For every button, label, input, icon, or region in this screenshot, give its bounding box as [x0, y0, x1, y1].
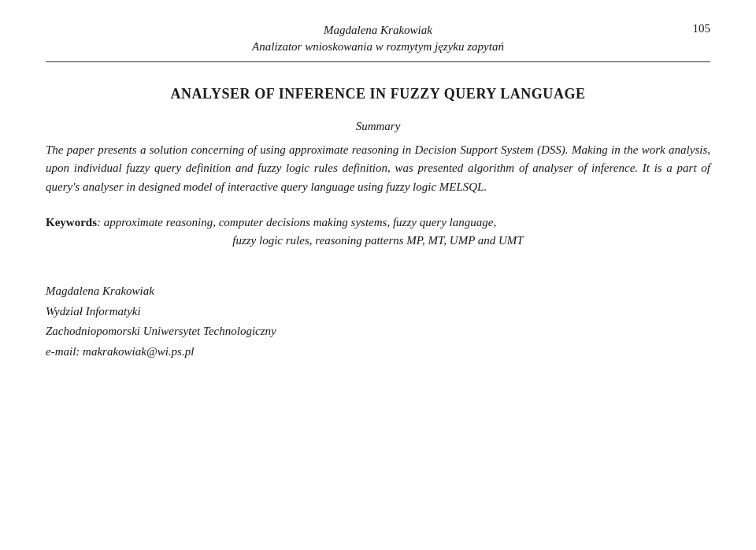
- header-center: Magdalena Krakowiak Analizator wnioskowa…: [252, 22, 504, 55]
- keywords-text: : approximate reasoning, computer decisi…: [97, 216, 496, 229]
- header-divider: [46, 61, 710, 62]
- page-number: 105: [693, 22, 711, 35]
- author-email: e-mail: makrakowiak@wi.ps.pl: [46, 342, 710, 362]
- article-title: ANALYSER OF INFERENCE IN FUZZY QUERY LAN…: [46, 86, 710, 102]
- keywords-label: Keywords: [46, 216, 97, 229]
- author-section: Magdalena Krakowiak Wydział Informatyki …: [46, 281, 710, 362]
- header-subtitle: Analizator wnioskowania w rozmytym język…: [252, 39, 504, 55]
- summary-label: Summary: [46, 120, 710, 133]
- page: Magdalena Krakowiak Analizator wnioskowa…: [0, 0, 756, 550]
- keywords-section: Keywords: approximate reasoning, compute…: [46, 214, 710, 251]
- author-university: Zachodniopomorski Uniwersytet Technologi…: [46, 321, 710, 342]
- abstract-text: The paper presents a solution concerning…: [46, 141, 710, 196]
- author-dept: Wydział Informatyki: [46, 302, 710, 322]
- header-author: Magdalena Krakowiak: [252, 22, 504, 39]
- keywords-line2: fuzzy logic rules, reasoning patterns MP…: [46, 232, 710, 250]
- author-name: Magdalena Krakowiak: [46, 281, 710, 302]
- page-header: Magdalena Krakowiak Analizator wnioskowa…: [46, 22, 710, 55]
